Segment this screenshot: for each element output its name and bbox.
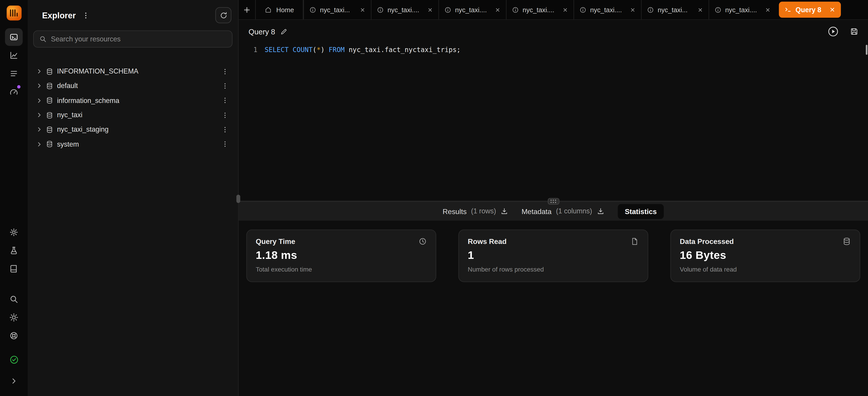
stat-card: Data Processed 16 Bytes Volume of data r… [671, 229, 860, 282]
row-menu-icon[interactable] [221, 82, 229, 90]
close-icon[interactable] [630, 7, 636, 12]
status-check-icon[interactable] [5, 351, 23, 368]
database-row[interactable]: nyc_taxi_staging [28, 123, 238, 137]
tab-label: nyc_taxi.... [725, 6, 757, 13]
editor-actions [828, 26, 859, 37]
clickhouse-logo[interactable] [6, 5, 21, 20]
query-tab[interactable]: nyc_taxi.... [438, 0, 506, 20]
stat-card-title: Data Processed [680, 237, 734, 245]
database-icon [46, 140, 53, 148]
code-token [324, 46, 329, 54]
docs-book-icon[interactable] [5, 260, 23, 278]
document-icon [630, 237, 639, 245]
info-icon [512, 6, 519, 13]
database-icon [46, 68, 53, 75]
close-icon[interactable] [360, 7, 365, 12]
chevron-right-icon[interactable] [36, 69, 42, 74]
database-row[interactable]: nyc_taxi [28, 108, 238, 122]
refresh-button[interactable] [215, 7, 231, 23]
explorer-menu-icon[interactable] [82, 11, 90, 19]
database-icon [843, 237, 851, 245]
query-tab[interactable]: nyc_taxi... [303, 0, 371, 20]
query-tab[interactable]: nyc_taxi.... [506, 0, 574, 20]
search-icon[interactable] [5, 290, 23, 308]
search-input[interactable] [51, 35, 226, 43]
chevron-right-icon[interactable] [36, 112, 42, 118]
row-menu-icon[interactable] [221, 97, 229, 104]
query-tabs: nyc_taxi... nyc_taxi.... nyc_taxi.... ny… [303, 0, 776, 20]
explorer-header: Explorer [28, 0, 238, 29]
info-icon [647, 6, 654, 13]
close-icon[interactable] [562, 7, 568, 12]
tab-label: nyc_taxi.... [523, 6, 554, 13]
experiments-flask-icon[interactable] [5, 242, 23, 259]
row-menu-icon[interactable] [221, 111, 229, 119]
notification-dot [17, 85, 21, 89]
statistics-panel: Query Time 1.18 ms Total execution time … [239, 221, 868, 396]
sql-console-icon[interactable] [5, 28, 23, 46]
tab-label: nyc_taxi.... [455, 6, 487, 13]
chevron-right-icon[interactable] [36, 83, 42, 89]
database-name: nyc_taxi_staging [57, 126, 109, 133]
row-menu-icon[interactable] [221, 140, 229, 148]
monitoring-chart-icon[interactable] [5, 46, 23, 64]
tab-statistics-active[interactable]: Statistics [618, 204, 664, 219]
gauge-icon[interactable] [5, 83, 23, 101]
query-tab[interactable]: nyc_taxi.... [709, 0, 776, 20]
stat-card-subtitle: Total execution time [256, 266, 427, 273]
stat-card-value: 16 Bytes [680, 249, 851, 262]
row-menu-icon[interactable] [221, 126, 229, 133]
row-menu-icon[interactable] [221, 68, 229, 75]
settings-gear-icon[interactable] [5, 223, 23, 241]
explorer-panel: Explorer INFORMATION_SCHEMA [28, 0, 239, 396]
code-token [288, 46, 293, 54]
close-icon[interactable] [428, 7, 433, 12]
code-token: COUNT [293, 46, 313, 54]
editor-scrollbar[interactable] [866, 45, 867, 55]
chevron-right-icon[interactable] [36, 127, 42, 132]
chevron-right-icon[interactable] [36, 98, 42, 103]
database-row[interactable]: information_schema [28, 93, 238, 108]
main-area: Home nyc_taxi... nyc_taxi.... nyc_taxi..… [239, 0, 868, 396]
resource-search [33, 30, 232, 47]
tab-query-8-active[interactable]: Query 8 [779, 2, 841, 18]
collapse-chevron-icon[interactable] [5, 372, 23, 390]
close-icon[interactable] [698, 7, 703, 12]
search-icon [39, 35, 46, 42]
save-query-button[interactable] [850, 27, 859, 36]
sql-editor[interactable]: 1 SELECT COUNT(*) FROM nyc_taxi.fact_nyc… [239, 43, 868, 201]
stat-card-header: Query Time [256, 237, 427, 245]
chevron-right-icon[interactable] [36, 141, 42, 147]
new-tab-button[interactable] [239, 0, 255, 20]
results-count: (1 rows) [471, 207, 496, 215]
query-tab[interactable]: nyc_taxi... [641, 0, 709, 20]
close-icon[interactable] [829, 6, 835, 13]
database-row[interactable]: default [28, 79, 238, 93]
rename-pencil-icon[interactable] [280, 28, 287, 35]
tab-results[interactable]: Results (1 rows) [443, 207, 508, 216]
split-drag-handle[interactable] [548, 198, 559, 204]
queries-list-icon[interactable] [5, 65, 23, 82]
code-token: * [317, 46, 321, 54]
download-results-icon[interactable] [501, 207, 508, 215]
database-row[interactable]: INFORMATION_SCHEMA [28, 64, 238, 78]
query-tab[interactable]: nyc_taxi.... [574, 0, 641, 20]
stat-card-title: Query Time [256, 237, 295, 245]
theme-sun-icon[interactable] [5, 309, 23, 326]
code-token: ( [313, 46, 317, 54]
tab-label: Home [276, 6, 294, 13]
code-token: nyc_taxi.fact_nyctaxi_trips; [344, 46, 461, 54]
tab-home[interactable]: Home [255, 0, 304, 20]
download-metadata-icon[interactable] [597, 207, 604, 215]
icon-rail [0, 0, 28, 396]
database-name: nyc_taxi [57, 111, 83, 119]
help-lifebuoy-icon[interactable] [5, 327, 23, 344]
run-query-button[interactable] [828, 26, 839, 37]
database-row[interactable]: system [28, 137, 238, 152]
close-icon[interactable] [495, 7, 500, 12]
stat-card-subtitle: Volume of data read [680, 266, 851, 273]
tab-metadata[interactable]: Metadata (1 columns) [521, 207, 604, 216]
query-tab[interactable]: nyc_taxi.... [371, 0, 438, 20]
panel-resize-handle[interactable] [237, 195, 240, 203]
close-icon[interactable] [765, 7, 771, 12]
